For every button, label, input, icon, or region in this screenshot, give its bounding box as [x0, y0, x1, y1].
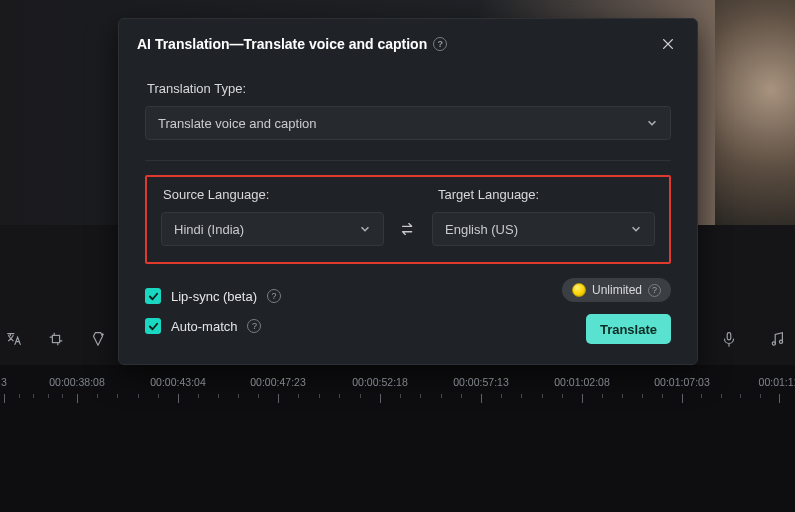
options-left: Lip-sync (beta) ? Auto-match ?: [145, 288, 281, 334]
automatch-row: Auto-match ?: [145, 318, 281, 334]
swap-icon: [399, 220, 417, 238]
translation-type-value: Translate voice and caption: [158, 116, 317, 131]
lipsync-checkbox[interactable]: [145, 288, 161, 304]
dialog-title: AI Translation—Translate voice and capti…: [137, 36, 427, 52]
close-button[interactable]: [657, 33, 679, 55]
chevron-down-icon: [630, 223, 642, 235]
gem-icon: [572, 283, 586, 297]
help-icon[interactable]: ?: [267, 289, 281, 303]
automatch-checkbox[interactable]: [145, 318, 161, 334]
close-icon: [661, 37, 675, 51]
ruler-ticks: [0, 394, 795, 408]
ruler-label: 00:01:07:03: [654, 376, 709, 388]
language-row: Source Language: Hindi (India) Target La…: [161, 187, 655, 246]
chevron-down-icon: [359, 223, 371, 235]
target-language-column: Target Language: English (US): [432, 187, 655, 246]
unlimited-badge[interactable]: Unlimited ?: [562, 278, 671, 302]
svg-rect-0: [52, 335, 59, 342]
dialog-title-row: AI Translation—Translate voice and capti…: [137, 36, 447, 52]
svg-point-3: [772, 342, 775, 345]
help-icon[interactable]: ?: [648, 284, 661, 297]
ruler-label: 00:00:38:08: [49, 376, 104, 388]
svg-rect-2: [727, 333, 731, 340]
ai-translation-dialog: AI Translation—Translate voice and capti…: [118, 18, 698, 365]
lipsync-label: Lip-sync (beta): [171, 289, 257, 304]
dialog-header: AI Translation—Translate voice and capti…: [119, 19, 697, 65]
source-language-column: Source Language: Hindi (India): [161, 187, 384, 246]
target-language-label: Target Language:: [438, 187, 655, 202]
swap-languages-button[interactable]: [394, 212, 422, 246]
ruler-label: 00:00:43:04: [150, 376, 205, 388]
chevron-down-icon: [646, 117, 658, 129]
crop-tool-icon[interactable]: [46, 329, 66, 349]
svg-point-1: [101, 333, 103, 335]
ruler-label: 00:01:02:08: [554, 376, 609, 388]
source-language-label: Source Language:: [163, 187, 384, 202]
left-toolbar: [4, 329, 108, 349]
source-language-select[interactable]: Hindi (India): [161, 212, 384, 246]
ruler-label: 00:01:11: [759, 376, 795, 388]
target-language-value: English (US): [445, 222, 518, 237]
lipsync-row: Lip-sync (beta) ?: [145, 288, 281, 304]
target-language-select[interactable]: English (US): [432, 212, 655, 246]
svg-point-4: [779, 340, 782, 343]
source-language-value: Hindi (India): [174, 222, 244, 237]
effects-tool-icon[interactable]: [88, 329, 108, 349]
language-highlight-box: Source Language: Hindi (India) Target La…: [145, 175, 671, 264]
translation-type-label: Translation Type:: [147, 81, 671, 96]
ruler-label: 00:00:52:18: [352, 376, 407, 388]
options-row: Lip-sync (beta) ? Auto-match ? Unlimited…: [145, 278, 671, 344]
ruler-label: 3: [1, 376, 7, 388]
unlimited-label: Unlimited: [592, 283, 642, 297]
divider: [145, 160, 671, 161]
check-icon: [148, 321, 159, 332]
translate-button[interactable]: Translate: [586, 314, 671, 344]
automatch-label: Auto-match: [171, 319, 237, 334]
dialog-body: Translation Type: Translate voice and ca…: [119, 65, 697, 364]
help-icon[interactable]: ?: [433, 37, 447, 51]
right-toolbar: [719, 329, 787, 349]
ruler-label: 00:00:57:13: [453, 376, 508, 388]
translation-type-select[interactable]: Translate voice and caption: [145, 106, 671, 140]
mic-icon[interactable]: [719, 329, 739, 349]
help-icon[interactable]: ?: [247, 319, 261, 333]
timeline-ruler[interactable]: 300:00:38:0800:00:43:0400:00:47:2300:00:…: [0, 376, 795, 406]
translate-tool-icon[interactable]: [4, 329, 24, 349]
options-right: Unlimited ? Translate: [562, 278, 671, 344]
ruler-labels: 300:00:38:0800:00:43:0400:00:47:2300:00:…: [0, 376, 795, 390]
ruler-label: 00:00:47:23: [250, 376, 305, 388]
check-icon: [148, 291, 159, 302]
music-icon[interactable]: [767, 329, 787, 349]
